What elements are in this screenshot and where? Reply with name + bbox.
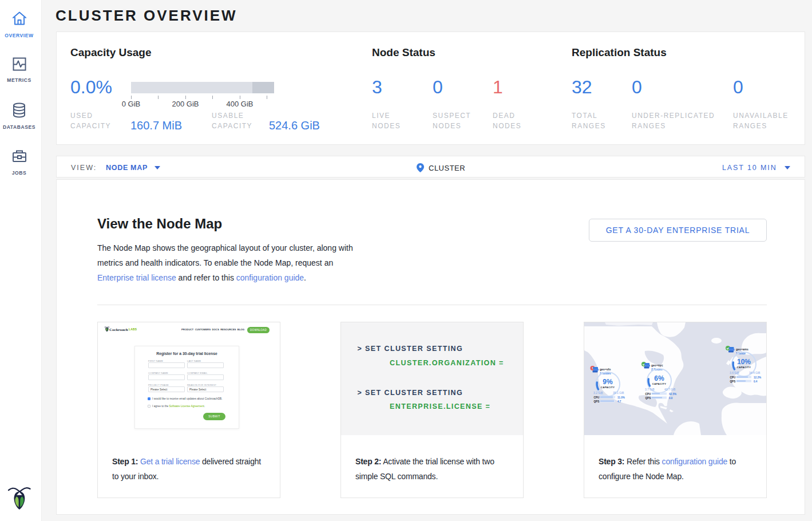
svg-text:10%: 10%	[737, 358, 751, 366]
svg-text:geo=sfo: geo=sfo	[600, 368, 611, 371]
svg-text:QPS: QPS	[645, 397, 651, 400]
svg-text:CAPACITY: CAPACITY	[601, 386, 615, 389]
svg-text:43.7 GiB: 43.7 GiB	[664, 388, 676, 391]
svg-text:42.5%: 42.5%	[669, 393, 676, 396]
svg-text:3.2 GiB: 3.2 GiB	[593, 391, 603, 394]
svg-text:0.4: 0.4	[754, 380, 758, 383]
svg-text:QPS: QPS	[730, 380, 736, 383]
svg-text:3.6 GiB: 3.6 GiB	[730, 371, 739, 374]
svg-text:CAPACITY: CAPACITY	[737, 366, 751, 369]
svg-text:12.2%: 12.2%	[754, 376, 761, 379]
svg-text:QPS: QPS	[594, 400, 600, 403]
svg-text:CPU: CPU	[730, 376, 736, 379]
svg-text:CPU: CPU	[645, 393, 651, 396]
svg-text:35.1 GiB: 35.1 GiB	[613, 391, 624, 394]
svg-text:geo=nyc: geo=nyc	[651, 364, 663, 367]
svg-text:4.7: 4.7	[617, 400, 621, 403]
svg-text:geo=ams: geo=ams	[736, 348, 748, 351]
svg-text:3.7 GiB: 3.7 GiB	[645, 388, 655, 391]
svg-text:11.0%: 11.0%	[617, 396, 625, 399]
svg-text:0.0: 0.0	[669, 397, 673, 400]
svg-text:34.4 GiB: 34.4 GiB	[749, 371, 760, 374]
svg-text:CPU: CPU	[594, 396, 600, 399]
svg-text:CAPACITY: CAPACITY	[652, 382, 667, 385]
svg-text:9%: 9%	[603, 378, 613, 386]
svg-text:6%: 6%	[654, 374, 664, 382]
